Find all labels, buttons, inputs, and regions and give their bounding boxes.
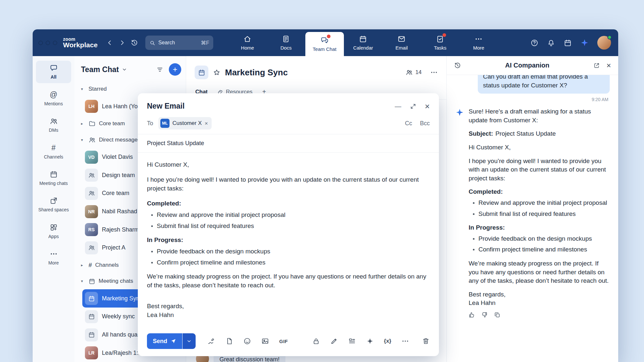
remove-recipient-button[interactable]: ×: [205, 121, 208, 126]
favorite-star-button[interactable]: [213, 69, 220, 76]
tab-tasks[interactable]: Tasks: [421, 29, 459, 56]
rail-item-dms[interactable]: DMs: [36, 114, 71, 136]
gif-button[interactable]: GIF: [279, 339, 288, 344]
timestamp: 9:20 AM: [457, 97, 608, 102]
filter-button[interactable]: [156, 66, 164, 73]
tasks-icon: [436, 35, 444, 43]
chevron-left-icon: [106, 39, 113, 46]
caret-icon: ▾: [81, 279, 85, 283]
traffic-minimize[interactable]: [46, 41, 50, 45]
traffic-zoom[interactable]: [53, 41, 57, 45]
tab-calendar[interactable]: Calendar: [344, 29, 382, 56]
markup-button[interactable]: [330, 337, 338, 345]
chevron-down-icon: [122, 67, 127, 72]
rail-item-mentions[interactable]: @ Mentions: [36, 87, 71, 110]
back-button[interactable]: [104, 37, 115, 48]
calendar-quick-button[interactable]: [564, 39, 572, 47]
history-button[interactable]: [454, 62, 461, 69]
tab-docs[interactable]: Docs: [267, 29, 305, 56]
chat-item-label: Marketing Sync: [102, 295, 142, 302]
avatar: VD: [85, 151, 98, 164]
subject-field[interactable]: Project Status Update: [138, 134, 439, 153]
emoji-button[interactable]: [243, 337, 251, 345]
tab-email[interactable]: Email: [382, 29, 421, 56]
recipient-chip[interactable]: ML Customer X ×: [158, 117, 212, 129]
meeting-chat-icon: [85, 310, 98, 323]
completed-label: Completed:: [469, 188, 610, 196]
new-chat-button[interactable]: +: [169, 63, 181, 76]
window-controls[interactable]: [39, 41, 57, 45]
rail-label: Mentions: [44, 101, 63, 106]
tab-home[interactable]: Home: [228, 29, 267, 56]
topbar-right: [530, 36, 611, 50]
chat-item-label: Core team: [102, 190, 129, 197]
avatar: LR: [85, 346, 98, 359]
list-item: Confirm project timeline and milestones: [157, 258, 430, 267]
close-panel-button[interactable]: ×: [606, 62, 611, 69]
caret-icon: ▾: [81, 87, 85, 91]
recipient-avatar: ML: [160, 119, 169, 128]
in-progress-list: Provide feedback on the design mockups C…: [470, 234, 610, 254]
send-label: Send: [153, 338, 167, 345]
image-button[interactable]: [261, 337, 269, 345]
more-options-button[interactable]: [430, 68, 438, 76]
response-paragraph: I hope you’re doing well! I wanted to pr…: [469, 157, 610, 183]
encrypt-button[interactable]: [312, 337, 320, 345]
history-button[interactable]: [129, 37, 140, 48]
more-icon: [475, 35, 483, 43]
rail-item-apps[interactable]: Apps: [36, 220, 71, 243]
discard-draft-button[interactable]: [422, 337, 430, 345]
copy-button[interactable]: [494, 311, 501, 318]
template-button[interactable]: [225, 337, 233, 345]
more-tools-button[interactable]: [401, 337, 409, 345]
help-button[interactable]: [530, 39, 539, 47]
signature-button[interactable]: [207, 337, 215, 345]
to-label: To: [147, 120, 153, 127]
variables-button[interactable]: {x}: [384, 338, 392, 344]
hash-icon: #: [89, 262, 92, 269]
user-avatar[interactable]: [597, 36, 611, 50]
chevron-right-icon: [119, 39, 126, 46]
ai-compose-button[interactable]: [366, 337, 374, 345]
ai-companion-button[interactable]: [580, 38, 589, 47]
home-icon: [243, 35, 251, 43]
close-button[interactable]: ×: [425, 102, 430, 111]
rail-item-all[interactable]: All: [36, 61, 71, 83]
tab-team-chat[interactable]: Team Chat: [305, 32, 344, 56]
rail-item-more[interactable]: More: [36, 247, 71, 269]
section-label: Meeting chats: [99, 278, 133, 284]
tab-label: Tasks: [434, 45, 446, 51]
search-input[interactable]: Search ⌘F: [145, 36, 213, 50]
thumbs-down-button[interactable]: [481, 311, 488, 318]
at-icon: @: [50, 90, 57, 99]
page-title: Marketing Sync: [225, 68, 288, 78]
tab-more[interactable]: More: [459, 29, 498, 56]
send-options-button[interactable]: [183, 333, 196, 349]
open-external-button[interactable]: [593, 62, 600, 69]
chat-list-title[interactable]: Team Chat: [81, 65, 127, 74]
send-button[interactable]: Send: [147, 333, 182, 349]
body-signoff: Best regards,: [147, 302, 430, 311]
rail-label: Shared spaces: [38, 207, 69, 212]
forward-button[interactable]: [117, 37, 128, 48]
bcc-button[interactable]: Bcc: [420, 120, 430, 127]
rail-item-shared-spaces[interactable]: Shared spaces: [36, 193, 71, 216]
ai-response: Sure! Here’s a draft email asking for a …: [469, 107, 610, 308]
snippet-button[interactable]: [348, 337, 356, 345]
chat-list-title-text: Team Chat: [81, 65, 119, 74]
cc-button[interactable]: Cc: [405, 120, 412, 127]
send-plane-icon: [170, 338, 176, 344]
rail-label: All: [51, 74, 56, 80]
in-progress-list: Provide feedback on the design mockups C…: [148, 247, 430, 267]
thumbs-up-button[interactable]: [468, 311, 475, 318]
rail-item-meeting-chats[interactable]: Meeting chats: [36, 167, 71, 189]
notifications-button[interactable]: [547, 39, 555, 47]
minimize-button[interactable]: —: [395, 103, 401, 110]
rail-item-channels[interactable]: # Channels: [36, 140, 71, 163]
rail-label: Apps: [48, 234, 59, 239]
traffic-close[interactable]: [39, 41, 43, 45]
chat-item-label: Nabil Rashad: [102, 208, 137, 215]
email-body-editor[interactable]: Hi Customer X, I hope you’re doing well!…: [138, 153, 439, 328]
members-button[interactable]: 14: [406, 69, 422, 76]
expand-button[interactable]: [410, 103, 416, 110]
